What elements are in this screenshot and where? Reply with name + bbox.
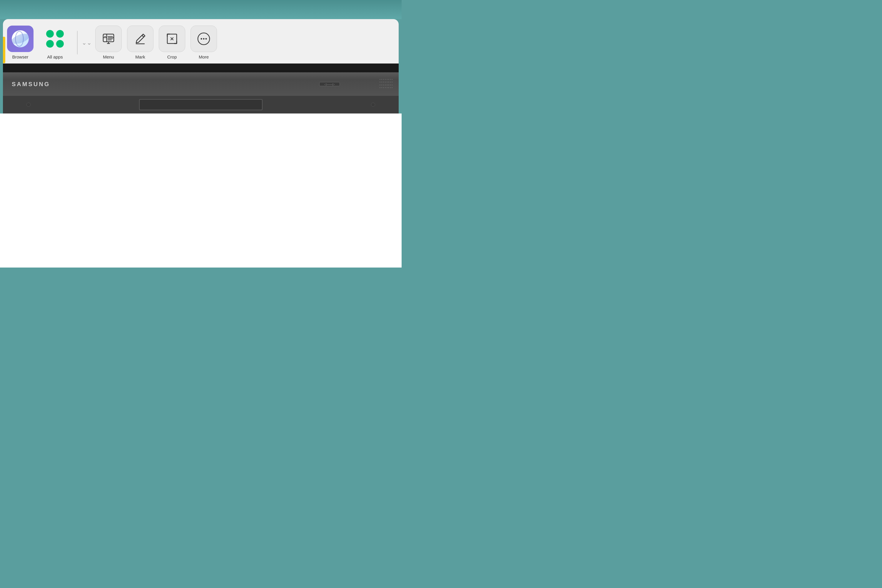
- browser-label: Browser: [12, 54, 28, 59]
- menu-label: Menu: [103, 54, 114, 59]
- browser-app-item[interactable]: Browser: [7, 26, 33, 59]
- crop-icon: [164, 31, 180, 46]
- app-icons-section: Browser All apps: [7, 26, 74, 59]
- screen-wrapper: Browser All apps ⌄⌄: [0, 0, 402, 267]
- svg-line-5: [142, 35, 144, 37]
- mark-tool-item[interactable]: Mark: [127, 26, 153, 59]
- all-apps-grid-icon: [43, 27, 67, 51]
- svg-point-12: [201, 38, 202, 40]
- left-edge-indicator: [3, 37, 5, 63]
- toolbar-panel: Browser All apps ⌄⌄: [3, 19, 399, 63]
- all-apps-icon-wrapper: [42, 26, 68, 52]
- svg-point-13: [203, 38, 205, 40]
- menu-tool-item[interactable]: Menu: [95, 26, 122, 59]
- browser-icon-wrapper: [7, 26, 33, 52]
- port-arrow-icon: ◁——▷: [324, 82, 335, 86]
- menu-button[interactable]: [95, 26, 122, 52]
- screw-left: [27, 103, 31, 107]
- crop-label: Crop: [167, 54, 177, 59]
- more-label: More: [199, 54, 209, 59]
- app-dot-3: [46, 40, 54, 48]
- toolbar-divider: [77, 31, 78, 54]
- app-dot-2: [56, 30, 64, 38]
- cd-slot: [139, 99, 262, 110]
- mark-button[interactable]: [127, 26, 153, 52]
- chevron-collapse-button[interactable]: ⌄⌄: [81, 36, 93, 49]
- bottom-device-bar: [3, 96, 399, 114]
- svg-point-14: [206, 38, 207, 40]
- chevron-down-icon: ⌄⌄: [82, 40, 92, 46]
- app-dot-4: [56, 40, 64, 48]
- browser-globe-icon: [12, 30, 29, 47]
- crop-tool-item[interactable]: Crop: [159, 26, 185, 59]
- device-speaker: [380, 79, 393, 89]
- menu-screen-icon: [101, 31, 116, 46]
- more-button[interactable]: [190, 26, 217, 52]
- ellipsis-icon: [196, 31, 212, 46]
- device-port: ◁——▷: [319, 82, 340, 86]
- all-apps-item[interactable]: All apps: [42, 26, 68, 59]
- more-tool-item[interactable]: More: [190, 26, 217, 59]
- samsung-device-body: SAMSUNG ◁——▷: [3, 72, 399, 96]
- all-apps-label: All apps: [47, 54, 63, 59]
- app-dot-1: [46, 30, 54, 38]
- mark-label: Mark: [135, 54, 145, 59]
- black-separator-bar: [3, 63, 399, 72]
- teal-background: [0, 0, 402, 19]
- pencil-icon: [133, 31, 148, 46]
- white-background-area: [0, 114, 402, 267]
- tool-buttons-section: Menu Mark: [95, 26, 217, 59]
- screw-right: [371, 103, 375, 107]
- crop-button[interactable]: [159, 26, 185, 52]
- samsung-brand-logo: SAMSUNG: [12, 81, 50, 88]
